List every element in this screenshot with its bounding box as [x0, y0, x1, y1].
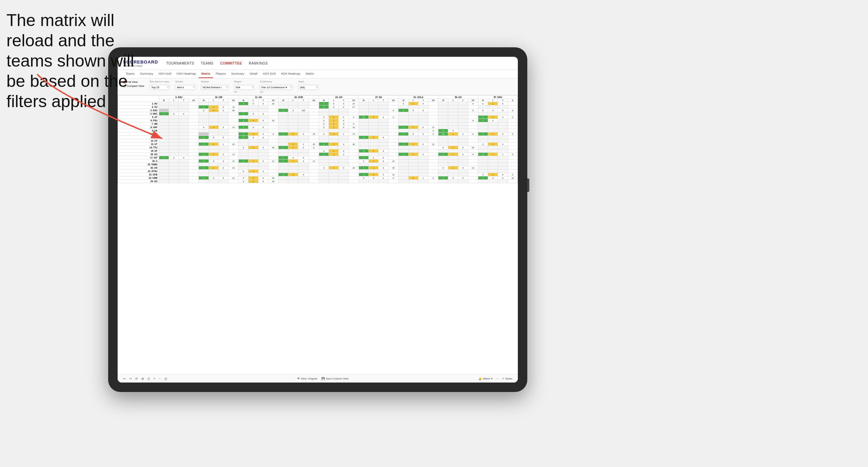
- matrix-cell: 40: [388, 166, 399, 170]
- tab-summary-2[interactable]: Summary: [228, 70, 247, 78]
- team-select[interactable]: (All): [298, 85, 318, 90]
- matrix-cell: 0: [329, 105, 339, 109]
- matrix-cell: 1: [239, 136, 248, 139]
- matrix-cell: 25: [268, 176, 278, 180]
- matrix-cell: [329, 176, 339, 180]
- team-label: Team: [298, 80, 318, 83]
- matrix-cell: [498, 122, 508, 126]
- matrix-cell: [228, 173, 239, 176]
- nav-committee[interactable]: COMMITTEE: [220, 60, 242, 67]
- division-select[interactable]: NCAA Division I NCAA Division II: [201, 85, 228, 90]
- matrix-cell: [348, 146, 359, 149]
- col-header-su: 27. SU: [359, 96, 399, 99]
- matrix-cell: 1: [408, 102, 418, 105]
- matrix-cell: 1: [478, 176, 488, 180]
- zoom-in-icon[interactable]: ⊕: [141, 377, 144, 380]
- matrix-cell: 0: [298, 132, 309, 136]
- nav-teams[interactable]: TEAMS: [201, 60, 213, 67]
- matrix-cell: [508, 139, 517, 143]
- tab-h2h-grid-2[interactable]: H2H Grid: [260, 70, 279, 78]
- matrix-cell: [169, 126, 178, 129]
- matrix-cell: [399, 139, 408, 143]
- more-btn[interactable]: ⋯: [496, 377, 499, 380]
- matrix-cell: [368, 146, 378, 149]
- matrix-cell: 1: [339, 132, 348, 136]
- matrix-cell: [508, 122, 517, 126]
- share-btn[interactable]: ↗ Share: [502, 377, 512, 380]
- annotation-text: The matrix will reload and the teams sho…: [6, 10, 152, 112]
- matrix-cell: 13: [468, 166, 478, 170]
- matrix-cell: [339, 173, 348, 176]
- plus-icon[interactable]: +: [153, 377, 155, 380]
- matrix-cell: 1: [199, 105, 209, 109]
- matrix-cell: [348, 159, 359, 163]
- max-teams-select[interactable]: Top 25 Top 50 All: [149, 85, 170, 90]
- gender-select[interactable]: Men's Women's: [175, 85, 195, 90]
- nav-rankings[interactable]: RANKINGS: [249, 60, 268, 67]
- matrix-cell: [268, 105, 278, 109]
- matrix-cell: [288, 119, 298, 122]
- matrix-cell: 0: [199, 109, 209, 112]
- matrix-cell: 1: [239, 132, 248, 136]
- matrix-cell: 0: [498, 116, 508, 119]
- matrix-cell: [418, 112, 428, 116]
- matrix-cell: 0: [498, 102, 508, 105]
- matrix-cell: 0: [359, 159, 368, 163]
- tab-matrix[interactable]: Matrix: [199, 70, 213, 78]
- view-original-btn[interactable]: 👁 View: Original: [297, 377, 317, 380]
- refresh-icon[interactable]: ⟳: [135, 377, 138, 380]
- matrix-cell: [428, 105, 438, 109]
- tab-players[interactable]: Players: [213, 70, 228, 78]
- conference-select[interactable]: Pac-12 Conference ▾ (All): [260, 85, 293, 90]
- matrix-cell: [159, 122, 169, 126]
- matrix-cell: 0: [239, 176, 248, 180]
- matrix-cell: [508, 143, 517, 146]
- matrix-cell: [248, 139, 258, 143]
- matrix-cell: 1: [368, 149, 378, 153]
- matrix-scroll-area[interactable]: 3. ASU 10. UW 11. UA 22. UCB 24. UO 27. …: [118, 95, 518, 374]
- matrix-cell: [209, 122, 218, 126]
- tab-detail[interactable]: Detail: [247, 70, 260, 78]
- matrix-cell: 2: [319, 105, 329, 109]
- tab-h2h-heatmap-2[interactable]: H2H Heatmap: [278, 70, 303, 78]
- matrix-cell: [209, 116, 218, 119]
- matrix-cell: [179, 102, 189, 105]
- matrix-cell: 0: [319, 116, 329, 119]
- undo-icon[interactable]: ↩: [123, 377, 126, 380]
- matrix-cell: [488, 159, 498, 163]
- matrix-cell: [298, 129, 309, 132]
- zoom-out-icon[interactable]: ⊙: [147, 377, 150, 380]
- matrix-cell: [278, 153, 288, 156]
- redo-icon[interactable]: ↪: [129, 377, 132, 380]
- matrix-cell: [368, 170, 378, 173]
- matrix-cell: 4: [498, 132, 508, 136]
- matrix-cell: [408, 159, 418, 163]
- matrix-cell: [508, 180, 517, 183]
- tab-h2h-grid-1[interactable]: H2H Grid: [156, 70, 174, 78]
- matrix-cell: 0: [239, 146, 248, 149]
- matrix-cell: 0: [488, 119, 498, 122]
- save-custom-btn[interactable]: 💾 Save Custom View: [321, 377, 348, 380]
- matrix-cell: [199, 170, 209, 173]
- row-header: 4. UNC: [118, 112, 159, 116]
- matrix-cell: [478, 122, 488, 126]
- matrix-cell: [278, 170, 288, 173]
- tab-matrix-2[interactable]: Matrix: [303, 70, 317, 78]
- matrix-cell: [428, 180, 438, 183]
- matrix-cell: [348, 156, 359, 159]
- watch-btn[interactable]: 🔔 Watch ▾: [478, 377, 492, 380]
- region-select[interactable]: N/A: [234, 85, 254, 90]
- tab-h2h-heatmap-1[interactable]: H2H Heatmap: [174, 70, 199, 78]
- target-icon[interactable]: ◎: [164, 377, 167, 380]
- matrix-cell: [418, 139, 428, 143]
- minus-icon[interactable]: −: [159, 377, 161, 380]
- matrix-cell: [388, 170, 399, 173]
- table-row: 9. UA010: [118, 129, 518, 132]
- matrix-cell: [428, 146, 438, 149]
- matrix-cell: [199, 180, 209, 183]
- nav-tournaments[interactable]: TOURNAMENTS: [166, 60, 194, 67]
- matrix-cell: [348, 176, 359, 180]
- matrix-cell: [388, 102, 399, 105]
- matrix-cell: 1: [209, 166, 218, 170]
- matrix-cell: [199, 173, 209, 176]
